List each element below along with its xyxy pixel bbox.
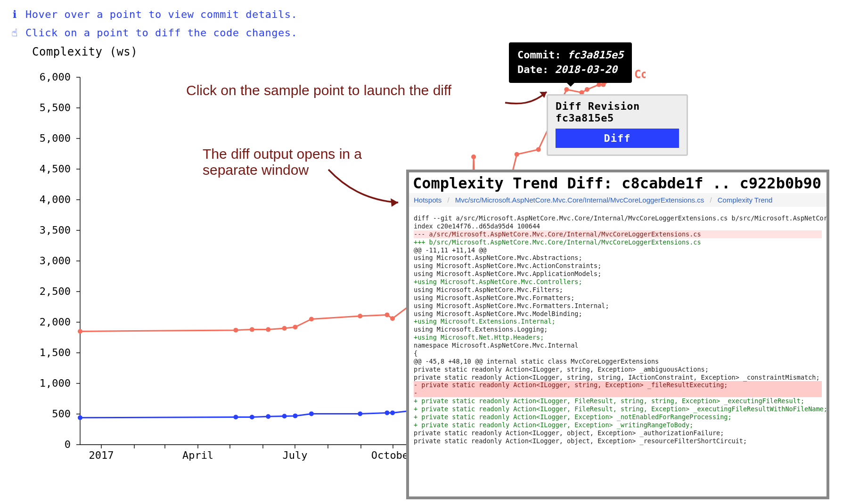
- data-point[interactable]: [266, 327, 270, 332]
- data-point[interactable]: [515, 152, 519, 157]
- diff-line: private static readonly Action<ILogger, …: [414, 429, 822, 437]
- tooltip-date-value: 2018-03-20: [555, 64, 617, 75]
- diff-line: using Microsoft.AspNetCore.Mvc.Formatter…: [414, 302, 822, 310]
- diff-button[interactable]: Diff: [556, 129, 679, 148]
- diff-line: @@ -45,8 +48,10 @@ internal static class…: [414, 358, 822, 366]
- diff-line: private static readonly Action<ILogger, …: [414, 437, 822, 445]
- data-point[interactable]: [358, 411, 362, 416]
- diff-line: {: [414, 350, 822, 358]
- data-point[interactable]: [78, 415, 82, 420]
- svg-text:2017: 2017: [89, 449, 114, 461]
- diff-line: + private static readonly Action<ILogger…: [414, 405, 822, 413]
- svg-text:4,500: 4,500: [40, 163, 71, 175]
- svg-text:4,000: 4,000: [40, 194, 71, 205]
- data-point[interactable]: [390, 316, 395, 321]
- svg-text:2,500: 2,500: [40, 285, 71, 297]
- svg-text:1,000: 1,000: [40, 377, 71, 389]
- info-icon: ℹ: [9, 8, 20, 20]
- diff-line: -: [414, 389, 822, 397]
- data-point[interactable]: [585, 87, 589, 92]
- diff-line: +using Microsoft.Extensions.Internal;: [414, 317, 822, 325]
- diff-line: using Microsoft.AspNetCore.Mvc.Applicati…: [414, 270, 822, 278]
- page: { "hints": { "hover": "Hover over a poin…: [0, 0, 851, 504]
- svg-text:5,500: 5,500: [40, 102, 71, 114]
- diff-line: - private static readonly Action<ILogger…: [414, 381, 822, 389]
- data-point[interactable]: [250, 327, 254, 332]
- diff-body[interactable]: diff --git a/src/Microsoft.AspNetCore.Mv…: [409, 207, 826, 446]
- diff-line: --- a/src/Microsoft.AspNetCore.Mvc.Core/…: [414, 230, 822, 238]
- data-point[interactable]: [266, 414, 270, 419]
- svg-text:July: July: [283, 449, 308, 461]
- svg-text:3,000: 3,000: [40, 255, 71, 267]
- arrow-to-diff-window: [327, 167, 408, 210]
- data-point[interactable]: [78, 329, 82, 334]
- hint-hover-text: Hover over a point to view commit detail…: [25, 8, 297, 20]
- data-point[interactable]: [390, 410, 395, 415]
- breadcrumb-path[interactable]: Mvc/src/Microsoft.AspNetCore.Mvc.Core/In…: [455, 196, 704, 204]
- data-point[interactable]: [597, 82, 601, 87]
- svg-text:500: 500: [52, 408, 71, 420]
- data-point[interactable]: [601, 82, 606, 87]
- series-other[interactable]: [78, 408, 439, 420]
- diff-line: using Microsoft.AspNetCore.Mvc.Abstracti…: [414, 254, 822, 262]
- pointer-icon: ☝: [9, 27, 20, 39]
- diff-line: using Microsoft.AspNetCore.Mvc.ActionCon…: [414, 262, 822, 270]
- arrow-to-point: [504, 80, 561, 108]
- data-point[interactable]: [233, 415, 238, 420]
- diff-window-title: Complexity Trend Diff: c8cabde1f .. c922…: [409, 172, 826, 193]
- data-point[interactable]: [293, 414, 298, 418]
- hint-click-text: Click on a point to diff the code change…: [25, 27, 297, 39]
- data-point[interactable]: [536, 147, 541, 152]
- svg-text:2,000: 2,000: [40, 316, 71, 328]
- diff-line: + private static readonly Action<ILogger…: [414, 413, 822, 421]
- data-point[interactable]: [471, 154, 476, 159]
- data-point[interactable]: [564, 87, 569, 92]
- tooltip-date-label: Date:: [517, 64, 548, 75]
- diff-line: private static readonly Action<ILogger, …: [414, 366, 822, 374]
- data-point[interactable]: [309, 411, 314, 416]
- diff-line: index c20e14f76..d65da95d4 100644: [414, 222, 822, 230]
- diff-line: using Microsoft.AspNetCore.Mvc.ModelBind…: [414, 310, 822, 318]
- hint-hover: ℹ Hover over a point to view commit deta…: [9, 8, 842, 20]
- breadcrumb-trend[interactable]: Complexity Trend: [718, 196, 773, 204]
- data-point[interactable]: [309, 317, 314, 322]
- data-point[interactable]: [293, 325, 298, 329]
- data-point[interactable]: [358, 314, 362, 318]
- diff-revision-panel: Diff Revision fc3a815e5 Diff: [547, 94, 688, 156]
- breadcrumb: Hotspots / Mvc/src/Microsoft.AspNetCore.…: [409, 193, 826, 207]
- data-point[interactable]: [282, 414, 287, 419]
- svg-text:1,500: 1,500: [40, 347, 71, 358]
- diff-line: +++ b/src/Microsoft.AspNetCore.Mvc.Core/…: [414, 238, 822, 246]
- diff-line: + private static readonly Action<ILogger…: [414, 397, 822, 405]
- diff-line: using Microsoft.AspNetCore.Mvc.Formatter…: [414, 294, 822, 302]
- svg-text:6,000: 6,000: [40, 71, 71, 83]
- data-point[interactable]: [233, 328, 238, 333]
- data-point[interactable]: [385, 312, 390, 317]
- svg-marker-53: [391, 198, 398, 207]
- data-point[interactable]: [282, 326, 287, 331]
- data-point[interactable]: [385, 410, 390, 415]
- y-axis: 0 500 1,000 1,500 2,000 2,500 3,000 3,50…: [40, 71, 80, 450]
- diff-line: namespace Microsoft.AspNetCore.Mvc.Inter…: [414, 341, 822, 350]
- commit-tooltip: Commit: fc3a815e5 Date: 2018-03-20: [509, 42, 632, 83]
- svg-text:5,000: 5,000: [40, 132, 71, 144]
- diff-line: + private static readonly Action<ILogger…: [414, 421, 822, 429]
- annotation-click-sample: Click on the sample point to launch the …: [186, 82, 451, 98]
- svg-text:0: 0: [65, 439, 71, 450]
- breadcrumb-hotspots[interactable]: Hotspots: [414, 196, 442, 204]
- svg-text:April: April: [182, 449, 213, 461]
- diff-line: private static readonly Action<ILogger, …: [414, 374, 822, 382]
- tooltip-commit-value: fc3a815e5: [567, 49, 623, 61]
- breadcrumb-sep-icon: /: [443, 196, 453, 204]
- hint-click: ☝ Click on a point to diff the code chan…: [9, 27, 842, 39]
- diff-output-window[interactable]: Complexity Trend Diff: c8cabde1f .. c922…: [406, 170, 829, 499]
- diff-line: diff --git a/src/Microsoft.AspNetCore.Mv…: [414, 214, 822, 222]
- diff-line: @@ -11,11 +11,14 @@: [414, 246, 822, 254]
- svg-text:Complexity: Complexity: [634, 68, 646, 81]
- svg-text:3,500: 3,500: [40, 224, 71, 236]
- tooltip-commit-label: Commit:: [517, 49, 561, 61]
- diff-line: +using Microsoft.AspNetCore.Mvc.Controll…: [414, 278, 822, 286]
- data-point[interactable]: [250, 415, 254, 420]
- diff-line: using Microsoft.AspNetCore.Mvc.Filters;: [414, 286, 822, 294]
- diff-line: using Microsoft.Extensions.Logging;: [414, 325, 822, 333]
